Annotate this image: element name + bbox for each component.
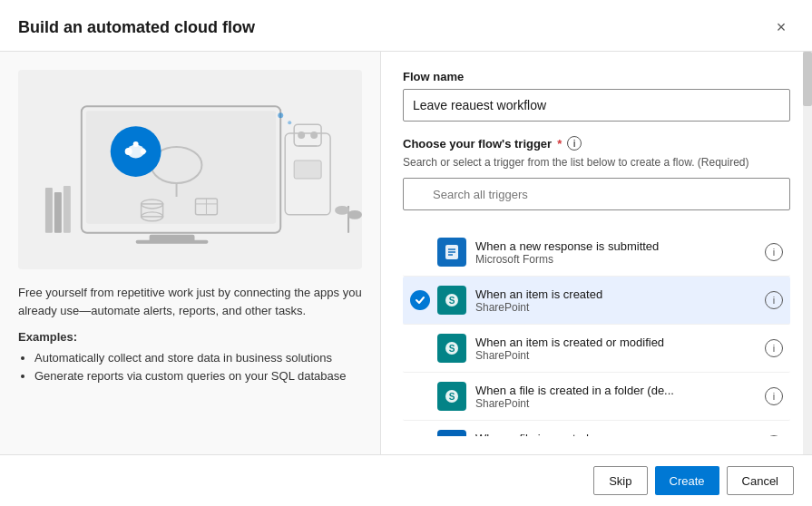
create-button[interactable]: Create: [655, 466, 719, 495]
trigger-source-4: SharePoint: [475, 397, 765, 410]
trigger-text-2: When an item is created SharePoint: [475, 287, 765, 314]
svg-point-25: [141, 149, 146, 154]
trigger-text-4: When a file is created in a folder (de..…: [475, 384, 765, 410]
svg-point-24: [133, 141, 139, 147]
trigger-item-3[interactable]: S When an item is created or modified Sh…: [403, 325, 790, 373]
trigger-item-1[interactable]: When a new response is submitted Microso…: [403, 229, 790, 277]
trigger-check-2: [410, 290, 430, 310]
search-triggers-input[interactable]: [403, 178, 790, 210]
trigger-name-2: When an item is created: [475, 287, 765, 301]
dialog-body: Free yourself from repetitive work just …: [0, 52, 812, 454]
svg-point-29: [278, 112, 283, 118]
left-description: Free yourself from repetitive work just …: [18, 284, 362, 319]
svg-rect-20: [54, 192, 62, 233]
required-star: *: [557, 137, 562, 151]
svg-text:S: S: [449, 392, 455, 402]
trigger-info-btn-2[interactable]: i: [765, 291, 783, 309]
scrollbar-thumb[interactable]: [803, 52, 812, 106]
trigger-name-4: When a file is created in a folder (de..…: [475, 384, 765, 397]
search-wrapper: 🔍: [403, 178, 790, 219]
illustration: [18, 70, 362, 269]
trigger-text-5: When a file is created OneDrive...: [475, 432, 765, 437]
trigger-info-btn-1[interactable]: i: [765, 243, 783, 261]
svg-text:S: S: [449, 296, 455, 306]
trigger-info-btn-3[interactable]: i: [765, 339, 783, 357]
dialog-header: Build an automated cloud flow ×: [0, 0, 812, 52]
trigger-name-5: When a file is created: [475, 432, 765, 437]
trigger-name-3: When an item is created or modified: [475, 336, 765, 349]
trigger-icon-sharepoint-2: S: [437, 286, 466, 315]
svg-rect-19: [45, 188, 53, 233]
trigger-item-2[interactable]: S When an item is created SharePoint i: [403, 277, 790, 325]
trigger-text-1: When a new response is submitted Microso…: [475, 239, 765, 266]
svg-rect-18: [294, 161, 321, 179]
close-button[interactable]: ×: [768, 15, 794, 40]
dialog-title: Build an automated cloud flow: [18, 18, 255, 37]
scrollbar-track: [803, 52, 812, 454]
svg-rect-2: [86, 111, 276, 224]
svg-point-16: [310, 131, 318, 139]
example-item-1: Automatically collect and store data in …: [34, 349, 362, 367]
svg-rect-4: [136, 240, 209, 244]
trigger-section-label: Choose your flow's trigger * i: [403, 136, 790, 151]
trigger-item-4[interactable]: S When a file is created in a folder (de…: [403, 373, 790, 421]
trigger-info-icon[interactable]: i: [567, 136, 582, 151]
right-panel: Flow name Choose your flow's trigger * i…: [381, 52, 812, 454]
trigger-icon-onedrive-5: [437, 430, 466, 436]
trigger-source-1: Microsoft Forms: [475, 253, 765, 266]
build-flow-dialog: Build an automated cloud flow ×: [0, 0, 812, 506]
flow-name-label: Flow name: [403, 70, 790, 83]
trigger-info-btn-5[interactable]: i: [765, 435, 783, 436]
trigger-label-text: Choose your flow's trigger: [403, 137, 552, 151]
svg-point-30: [288, 121, 291, 124]
trigger-source-2: SharePoint: [475, 301, 765, 314]
dialog-footer: Skip Create Cancel: [0, 454, 812, 506]
trigger-icon-sharepoint-3: S: [437, 334, 466, 363]
svg-text:S: S: [449, 344, 455, 354]
trigger-icon-sharepoint-4: S: [437, 382, 466, 411]
example-item-2: Generate reports via custom queries on y…: [34, 367, 362, 385]
trigger-text-3: When an item is created or modified Shar…: [475, 336, 765, 362]
skip-button[interactable]: Skip: [593, 466, 647, 495]
trigger-icon-forms-1: [437, 238, 466, 267]
cancel-button[interactable]: Cancel: [727, 466, 794, 495]
examples-label: Examples:: [18, 330, 362, 344]
examples-list: Automatically collect and store data in …: [18, 349, 362, 384]
left-panel: Free yourself from repetitive work just …: [0, 52, 381, 454]
svg-point-28: [347, 210, 362, 219]
svg-point-23: [125, 148, 132, 155]
trigger-info-btn-4[interactable]: i: [765, 387, 783, 405]
flow-name-input[interactable]: [403, 89, 790, 122]
trigger-item-5[interactable]: When a file is created OneDrive... i: [403, 421, 790, 436]
trigger-name-1: When a new response is submitted: [475, 239, 765, 253]
trigger-source-3: SharePoint: [475, 349, 765, 362]
svg-point-27: [335, 206, 349, 215]
trigger-hint: Search or select a trigger from the list…: [403, 156, 790, 169]
svg-rect-21: [64, 186, 71, 233]
triggers-list: When a new response is submitted Microso…: [403, 229, 790, 436]
svg-point-15: [298, 131, 305, 139]
